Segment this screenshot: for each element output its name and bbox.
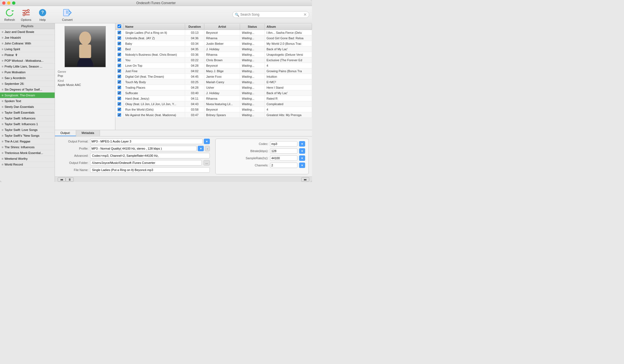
sidebar-item[interactable]: ≡ Joe Hisaishi: [0, 35, 55, 41]
format-select[interactable]: MP3 - MPEG-1 Audio Layer 3: [90, 139, 203, 144]
table-row[interactable]: Umbrella (feat. JAY Z) 04:36 Rihanna Wai…: [115, 35, 312, 41]
table-row[interactable]: Me Against the Music (feat. Madonna) 03:…: [115, 112, 312, 118]
sidebar-item[interactable]: ≡ Jazz and David Bowie: [0, 29, 55, 35]
sidebar-item[interactable]: ≡ Spoken Text: [0, 98, 55, 104]
row-checkbox[interactable]: [118, 36, 121, 40]
advanced-input[interactable]: [90, 153, 210, 158]
options-button[interactable]: Options: [19, 8, 33, 21]
search-clear-button[interactable]: ✕: [303, 12, 307, 17]
close-button[interactable]: [2, 1, 5, 5]
bitrate-select[interactable]: 128: [270, 148, 297, 154]
format-dropdown-btn[interactable]: ▼: [204, 139, 210, 144]
folder-input[interactable]: [90, 160, 202, 166]
bitrate-dropdown-btn[interactable]: ▼: [299, 148, 305, 154]
row-checkbox[interactable]: [118, 97, 121, 100]
table-row[interactable]: Hard (feat. Jeezy) 04:11 Rihanna Waiting…: [115, 96, 312, 101]
sidebar-item[interactable]: ≡ Taylor Swift: Love Songs: [0, 127, 55, 133]
sidebar-item[interactable]: ≡ Sax y Acordeón: [0, 75, 55, 81]
row-checkbox[interactable]: [118, 53, 121, 56]
sidebar-item[interactable]: ≡ Taylor Swift's "New Songs: [0, 133, 55, 139]
sidebar-item[interactable]: ≡ Pistear 🎙: [0, 52, 55, 58]
filename-row: File Name:: [58, 167, 210, 173]
search-input[interactable]: [240, 13, 302, 16]
filename-input[interactable]: [90, 167, 210, 173]
table-row[interactable]: Single Ladies (Put a Ring on It) 03:13 B…: [115, 30, 312, 35]
row-checkbox[interactable]: [118, 80, 121, 84]
next-btn[interactable]: ⏭: [301, 177, 309, 182]
row-checkbox[interactable]: [118, 102, 121, 106]
maximize-button[interactable]: [12, 1, 15, 5]
minimize-button[interactable]: [7, 1, 10, 5]
pause-btn[interactable]: ⏸: [66, 177, 74, 182]
table-row[interactable]: Bed 04:35 J. Holiday Waiting... Back of …: [115, 46, 312, 52]
header-status-col: Status: [240, 24, 265, 29]
sidebar-item[interactable]: ≡ September 26:: [0, 81, 55, 87]
tab-metadata[interactable]: Metadata: [76, 130, 100, 136]
row-name: Run the World (Girls): [124, 107, 185, 112]
search-box: 🔍 ✕: [232, 11, 309, 18]
sidebar-item[interactable]: ≡ POP Workout - Motivationa...: [0, 58, 55, 64]
tab-output[interactable]: Output:: [55, 130, 76, 136]
row-checkbox[interactable]: [118, 75, 121, 78]
sidebar-item[interactable]: ≡ Taylor Swift: Influences: [0, 116, 55, 121]
table-row[interactable]: Suffocate 03:40 J. Holiday Waiting... Ba…: [115, 90, 312, 96]
row-checkbox[interactable]: [118, 64, 121, 67]
row-checkbox[interactable]: [118, 108, 121, 111]
sidebar-item[interactable]: ≡ Thelonious Monk Essential...: [0, 150, 55, 156]
profile-select[interactable]: MP3 - Normal Quality( 44100 Hz, stereo ,…: [90, 146, 197, 151]
sidebar-item[interactable]: ≡ John Coltrane: With: [0, 41, 55, 46]
sidebar-item[interactable]: ≡ Six Degrees of Taylor Swif...: [0, 87, 55, 93]
row-checkbox[interactable]: [118, 31, 121, 34]
sidebar-item[interactable]: ≡ Pretty Little Liars, Season ...: [0, 64, 55, 69]
sidebar-item[interactable]: ≡ Weekend Worthy: [0, 156, 55, 162]
profile-minus-btn[interactable]: -: [205, 146, 210, 151]
table-row[interactable]: Trading Places 04:28 Usher Waiting... He…: [115, 85, 312, 90]
codec-dropdown-btn[interactable]: ▼: [299, 141, 305, 147]
sidebar-item[interactable]: ≡ The Shires: Influences: [0, 144, 55, 150]
sidebar-item[interactable]: ≡ Songbook: The-Dream: [0, 93, 55, 98]
select-all-checkbox[interactable]: [118, 24, 121, 28]
row-checkbox[interactable]: [118, 113, 121, 117]
row-checkbox[interactable]: [118, 69, 121, 73]
codec-select[interactable]: mp3: [270, 141, 297, 147]
row-checkbox[interactable]: [118, 91, 121, 95]
bottom-panel: Output: Metadata Output Format: MP3 - MP…: [55, 130, 312, 177]
row-checkbox[interactable]: [118, 42, 121, 45]
channels-label: Channels:: [241, 164, 268, 167]
table-row[interactable]: You 03:22 Chris Brown Waiting... Exclusi…: [115, 57, 312, 63]
table-row[interactable]: Nobody's Business (feat. Chris Brown) 03…: [115, 52, 312, 57]
samplerate-select[interactable]: 44100: [270, 155, 297, 161]
help-button[interactable]: ? Help: [36, 8, 49, 21]
sidebar-item[interactable]: ≡ The A-List: Reggae: [0, 139, 55, 144]
sidebar-item[interactable]: ≡ World Record: [0, 162, 55, 167]
table-row[interactable]: Just Fine 04:02 Mary J. Blige Waiting...…: [115, 68, 312, 74]
sidebar-item[interactable]: ≡ Pure Motivation: [0, 69, 55, 75]
refresh-button[interactable]: Refresh: [3, 8, 16, 21]
table-row[interactable]: Touch My Body 03:25 Mariah Carey Waiting…: [115, 79, 312, 85]
channels-dropdown-btn[interactable]: ▼: [299, 163, 305, 168]
table-row[interactable]: Run the World (Girls) 03:58 Beyoncé Wait…: [115, 107, 312, 112]
row-checkbox[interactable]: [118, 47, 121, 51]
prev-btn[interactable]: ⏮: [58, 177, 66, 182]
row-checkbox[interactable]: [118, 86, 121, 89]
row-checkbox[interactable]: [118, 58, 121, 62]
folder-browse-btn[interactable]: ...: [204, 160, 210, 166]
sidebar-item[interactable]: ≡ Living Spirit: [0, 46, 55, 52]
channels-select[interactable]: 2: [270, 163, 297, 168]
table-row[interactable]: Baby 03:34 Justin Bieber Waiting... My W…: [115, 41, 312, 46]
table-row[interactable]: Love On Top 04:28 Beyoncé Waiting... 4: [115, 63, 312, 68]
row-album: 4: [265, 107, 312, 112]
sidebar-item[interactable]: ≡ Taylor Swift Essentials: [0, 110, 55, 116]
samplerate-dropdown-btn[interactable]: ▼: [299, 155, 305, 161]
titlebar: Ondesoft iTunes Converter: [0, 0, 312, 6]
table-row[interactable]: Digital Girl (feat. The-Dream) 04:45 Jam…: [115, 74, 312, 79]
table-row[interactable]: Okay (feat. Lil Jon, Lil Jon, Lil Jon, Y…: [115, 101, 312, 107]
songs-list: Single Ladies (Put a Ring on It) 03:13 B…: [115, 30, 312, 130]
row-status: Waiting...: [240, 52, 265, 57]
convert-button[interactable]: Convert: [60, 8, 74, 21]
sidebar-item[interactable]: ≡ Steely Dan Essentials: [0, 104, 55, 110]
album-art-image: [65, 26, 105, 67]
sidebar-item[interactable]: ≡ Taylor Swift: Influences 1: [0, 121, 55, 127]
profile-dropdown-btn[interactable]: ▼: [198, 146, 204, 151]
list-icon: ≡: [2, 111, 3, 114]
